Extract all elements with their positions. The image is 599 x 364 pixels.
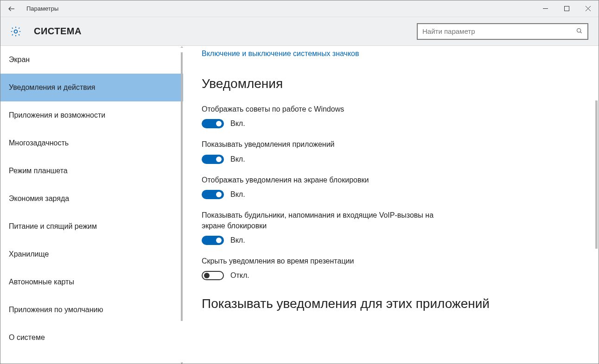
sidebar-item-9[interactable]: Приложения по умолчанию: [0, 296, 183, 324]
svg-point-5: [14, 30, 18, 33]
sidebar-item-label: Хранилище: [9, 250, 49, 258]
svg-line-7: [580, 31, 582, 33]
sidebar-item-label: О системе: [9, 333, 45, 342]
close-icon: [586, 6, 591, 11]
gear-icon: [10, 25, 22, 38]
setting-label: Отображать уведомления на экране блокиро…: [202, 175, 443, 185]
back-button[interactable]: [0, 0, 23, 17]
scroll-down-icon[interactable]: ⌄: [180, 359, 183, 364]
section-apps-title: Показывать уведомления для этих приложен…: [202, 295, 580, 313]
sidebar-item-1[interactable]: Уведомления и действия: [0, 74, 183, 101]
page-title: СИСТЕМА: [34, 26, 82, 37]
setting-3: Показывать будильники, напоминания и вхо…: [202, 210, 580, 245]
titlebar: Параметры: [0, 0, 599, 17]
toggle-row: Вкл.: [202, 155, 580, 164]
sidebar-item-2[interactable]: Приложения и возможности: [0, 101, 183, 129]
toggle-row: Откл.: [202, 271, 580, 280]
sidebar-item-label: Приложения по умолчанию: [9, 306, 103, 314]
toggle-state-label: Вкл.: [230, 190, 245, 199]
sidebar-item-label: Питание и спящий режим: [9, 222, 97, 231]
toggle-state-label: Откл.: [230, 271, 249, 280]
sidebar-item-label: Многозадачность: [9, 139, 69, 147]
toggle-switch[interactable]: [202, 155, 224, 164]
toggle-knob: [216, 157, 222, 162]
sidebar-item-label: Автономные карты: [9, 278, 74, 286]
sidebar-item-3[interactable]: Многозадачность: [0, 129, 183, 157]
setting-label: Показывать уведомления приложений: [202, 139, 443, 150]
toggle-switch[interactable]: [202, 190, 224, 199]
sidebar-item-label: Экономия заряда: [9, 195, 69, 203]
setting-4: Скрыть уведомления во время презентацииО…: [202, 256, 580, 280]
sidebar-item-4[interactable]: Режим планшета: [0, 157, 183, 185]
setting-0: Отображать советы по работе с WindowsВкл…: [202, 104, 580, 128]
section-notifications-title: Уведомления: [202, 76, 580, 91]
sidebar-item-label: Экран: [9, 56, 30, 64]
sidebar: ЭкранУведомления и действияПриложения и …: [0, 46, 183, 364]
sidebar-item-7[interactable]: Хранилище: [0, 240, 183, 268]
content-scrollbar[interactable]: [595, 91, 599, 364]
sidebar-item-8[interactable]: Автономные карты: [0, 268, 183, 296]
system-icons-link[interactable]: Включение и выключение системных значков: [202, 50, 580, 58]
search-input[interactable]: [422, 27, 576, 35]
setting-label: Показывать будильники, напоминания и вхо…: [202, 210, 443, 231]
minimize-button[interactable]: [535, 0, 556, 17]
arrow-left-icon: [7, 5, 16, 13]
toggle-knob: [216, 121, 222, 126]
maximize-button[interactable]: [556, 0, 577, 17]
header: СИСТЕМА: [0, 17, 599, 46]
toggle-row: Вкл.: [202, 119, 580, 128]
search-icon: [576, 27, 583, 36]
window-title: Параметры: [26, 5, 58, 12]
close-button[interactable]: [577, 0, 599, 17]
setting-2: Отображать уведомления на экране блокиро…: [202, 175, 580, 199]
toggle-knob: [216, 238, 222, 243]
svg-point-6: [577, 28, 581, 32]
setting-1: Показывать уведомления приложенийВкл.: [202, 139, 580, 163]
toggle-switch[interactable]: [202, 119, 224, 128]
toggle-row: Вкл.: [202, 190, 580, 199]
content-area: Включение и выключение системных значков…: [183, 46, 599, 364]
sidebar-item-label: Уведомления и действия: [9, 83, 95, 92]
toggle-knob: [204, 273, 210, 278]
toggle-switch[interactable]: [202, 236, 224, 245]
scroll-thumb[interactable]: [181, 52, 183, 321]
scroll-up-icon[interactable]: ⌃: [180, 46, 183, 51]
toggle-row: Вкл.: [202, 236, 580, 245]
sidebar-item-5[interactable]: Экономия заряда: [0, 185, 183, 213]
sidebar-item-label: Режим планшета: [9, 167, 68, 175]
maximize-icon: [564, 6, 569, 11]
toggle-knob: [216, 192, 222, 197]
sidebar-item-10[interactable]: О системе: [0, 324, 183, 351]
sidebar-item-0[interactable]: Экран: [0, 46, 183, 74]
toggle-state-label: Вкл.: [230, 155, 245, 163]
svg-rect-2: [564, 6, 569, 11]
content-scroll-thumb[interactable]: [595, 100, 598, 249]
window-controls: [535, 0, 599, 17]
minimize-icon: [543, 6, 548, 11]
search-box[interactable]: [417, 23, 588, 40]
toggle-state-label: Вкл.: [230, 119, 245, 128]
setting-label: Отображать советы по работе с Windows: [202, 104, 443, 114]
toggle-state-label: Вкл.: [230, 236, 245, 245]
toggle-switch[interactable]: [202, 271, 224, 280]
sidebar-item-6[interactable]: Питание и спящий режим: [0, 213, 183, 240]
sidebar-item-label: Приложения и возможности: [9, 111, 105, 119]
setting-label: Скрыть уведомления во время презентации: [202, 256, 443, 266]
